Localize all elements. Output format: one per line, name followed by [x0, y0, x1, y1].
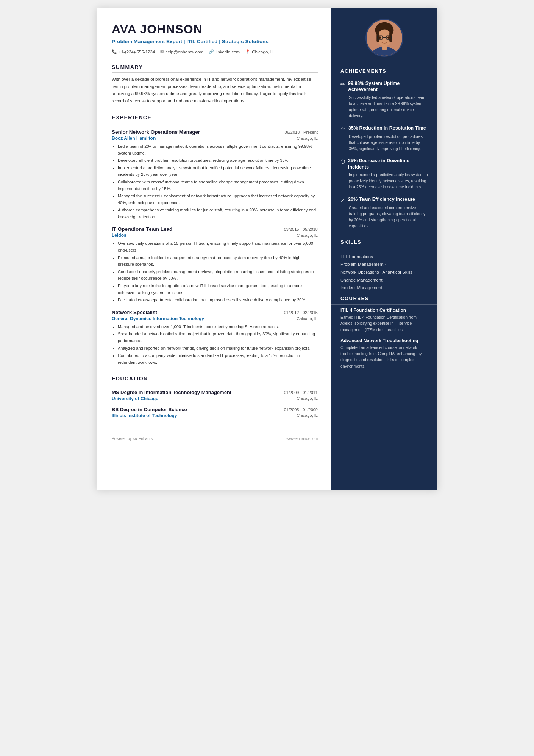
bullet-item: Managed the successful deployment of net… — [118, 193, 318, 206]
header-title: Problem Management Expert | ITIL Certifi… — [112, 38, 318, 45]
summary-text: With over a decade of professional exper… — [112, 76, 318, 105]
svg-point-9 — [387, 36, 390, 39]
edu-school: Illinois Institute of Technology — [112, 413, 177, 418]
education-entry: MS Degree in Information Technology Mana… — [112, 390, 318, 401]
phone-text: +1-(234)-555-1234 — [119, 50, 155, 54]
svg-point-8 — [378, 36, 381, 39]
bullet-item: Authored comprehensive training modules … — [118, 207, 318, 220]
powered-by-text: Powered by — [112, 437, 132, 441]
achievement-item: ☆ 35% Reduction in Resolution Time Devel… — [331, 125, 437, 152]
exp-company-row: Leidos Chicago, IL — [112, 233, 318, 238]
edu-degree: BS Degree in Computer Science — [112, 407, 284, 412]
edu-school: University of Chicago — [112, 396, 158, 401]
exp-location: Chicago, IL — [297, 136, 318, 141]
experience-entry: Network Specialist 01/2012 - 02/2015 Gen… — [112, 310, 318, 366]
achievement-desc: Successfully led a network operations te… — [340, 94, 428, 119]
achievement-icon: ✏ — [340, 81, 345, 87]
exp-header: IT Operations Team Lead 03/2015 - 05/201… — [112, 226, 318, 232]
contact-website: 🔗 linkedin.com — [209, 49, 240, 54]
bullet-item: Managed and resolved over 1,000 IT incid… — [118, 324, 318, 330]
achievement-desc: Implemented a predictive analytics syste… — [340, 172, 428, 190]
exp-company: General Dynamics Information Technology — [112, 316, 204, 321]
contact-row: 📞 +1-(234)-555-1234 ✉ help@enhancv.com 🔗… — [112, 49, 318, 54]
achievement-header: ✏ 99.98% System Uptime Achievement — [340, 80, 428, 93]
phone-icon: 📞 — [112, 49, 117, 54]
exp-company: Leidos — [112, 233, 126, 238]
bullet-item: Conducted quarterly problem management r… — [118, 269, 318, 282]
skills-section-title: SKILLS — [331, 239, 437, 248]
exp-bullets: Led a team of 20+ to manage network oper… — [112, 143, 318, 221]
achievement-header: ⬡ 25% Decrease in Downtime Incidents — [340, 158, 428, 170]
achievement-title: 35% Reduction in Resolution Time — [348, 125, 426, 131]
exp-title: Network Specialist — [112, 310, 157, 315]
achievement-header: ☆ 35% Reduction in Resolution Time — [340, 125, 428, 132]
skill-line: ITIL Foundations · — [340, 253, 428, 261]
edu-header: MS Degree in Information Technology Mana… — [112, 390, 318, 395]
achievement-item: ↗ 20% Team Efficiency Increase Created a… — [331, 196, 437, 229]
exp-location: Chicago, IL — [297, 233, 318, 238]
bullet-item: Implemented a predictive analytics syste… — [118, 165, 318, 178]
bullet-item: Facilitated cross-departmental collabora… — [118, 297, 318, 304]
achievement-icon: ☆ — [340, 126, 345, 132]
bullet-item: Played a key role in the integration of … — [118, 283, 318, 296]
achievement-title: 25% Decrease in Downtime Incidents — [348, 158, 428, 170]
edu-school-row: University of Chicago Chicago, IL — [112, 396, 318, 401]
summary-section-title: SUMMARY — [112, 64, 318, 73]
exp-company-row: General Dynamics Information Technology … — [112, 316, 318, 321]
achievement-title: 99.98% System Uptime Achievement — [348, 80, 428, 93]
svg-rect-11 — [382, 45, 387, 50]
location-icon: 📍 — [245, 49, 250, 54]
achievement-icon: ⬡ — [340, 158, 345, 164]
contact-phone: 📞 +1-(234)-555-1234 — [112, 49, 155, 54]
course-title: Advanced Network Troubleshooting — [340, 338, 428, 343]
exp-header: Senior Network Operations Manager 06/201… — [112, 129, 318, 135]
footer-bar: Powered by ∞ Enhancv www.enhancv.com — [112, 430, 318, 441]
education-section-title: EDUCATION — [112, 376, 318, 384]
bullet-item: Spearheaded a network optimization proje… — [118, 331, 318, 344]
bullet-item: Developed efficient problem resolution p… — [118, 157, 318, 164]
edu-date: 01/2005 - 01/2009 — [284, 407, 318, 412]
edu-date: 01/2009 - 01/2011 — [284, 390, 318, 395]
left-column: AVA JOHNSON Problem Management Expert | … — [97, 8, 331, 490]
exp-bullets: Oversaw daily operations of a 15-person … — [112, 240, 318, 303]
location-text: Chicago, IL — [252, 50, 274, 54]
experience-entry: Senior Network Operations Manager 06/201… — [112, 129, 318, 221]
achievement-title: 20% Team Efficiency Increase — [348, 196, 415, 202]
experience-entry: IT Operations Team Lead 03/2015 - 05/201… — [112, 226, 318, 303]
exp-title: Senior Network Operations Manager — [112, 129, 200, 135]
logo-icon: ∞ — [133, 435, 137, 441]
courses-section-title: COURSES — [331, 296, 437, 305]
course-item: Advanced Network Troubleshooting Complet… — [340, 338, 428, 369]
right-column: ACHIEVEMENTS ✏ 99.98% System Uptime Achi… — [331, 8, 437, 490]
achievement-item: ⬡ 25% Decrease in Downtime Incidents Imp… — [331, 158, 437, 190]
exp-date: 03/2015 - 05/2018 — [284, 227, 318, 232]
achievement-header: ↗ 20% Team Efficiency Increase — [340, 196, 428, 203]
edu-school-row: Illinois Institute of Technology Chicago… — [112, 413, 318, 418]
contact-location: 📍 Chicago, IL — [245, 49, 274, 54]
email-text: help@enhancv.com — [165, 50, 203, 54]
course-desc: Earned ITIL 4 Foundation Certification f… — [340, 314, 428, 333]
avatar-image — [367, 20, 402, 56]
courses-section: ITIL 4 Foundation Certification Earned I… — [331, 308, 437, 374]
exp-title: IT Operations Team Lead — [112, 226, 172, 232]
achievement-desc: Created and executed comprehensive train… — [340, 205, 428, 229]
link-icon: 🔗 — [209, 49, 214, 54]
exp-bullets: Managed and resolved over 1,000 IT incid… — [112, 324, 318, 366]
edu-location: Chicago, IL — [297, 413, 318, 418]
skills-section: ITIL Foundations ·Problem Management ·Ne… — [331, 253, 437, 292]
course-desc: Completed an advanced course on network … — [340, 344, 428, 369]
bullet-item: Executed a major incident management str… — [118, 255, 318, 268]
exp-company-row: Booz Allen Hamilton Chicago, IL — [112, 136, 318, 141]
skill-line: Incident Management — [340, 284, 428, 292]
powered-by: Powered by ∞ Enhancv — [112, 435, 153, 441]
achievements-section-title: ACHIEVEMENTS — [331, 68, 437, 77]
achievement-desc: Developed problem resolution procedures … — [340, 133, 428, 152]
bullet-item: Contributed to a company-wide initiative… — [118, 352, 318, 366]
course-title: ITIL 4 Foundation Certification — [340, 308, 428, 313]
contact-email: ✉ help@enhancv.com — [160, 49, 203, 54]
education-entry: BS Degree in Computer Science 01/2005 - … — [112, 407, 318, 418]
bullet-item: Collaborated with cross-functional teams… — [118, 179, 318, 192]
experience-entries: Senior Network Operations Manager 06/201… — [112, 129, 318, 366]
exp-date: 06/2018 - Present — [285, 130, 318, 135]
exp-company: Booz Allen Hamilton — [112, 136, 156, 141]
